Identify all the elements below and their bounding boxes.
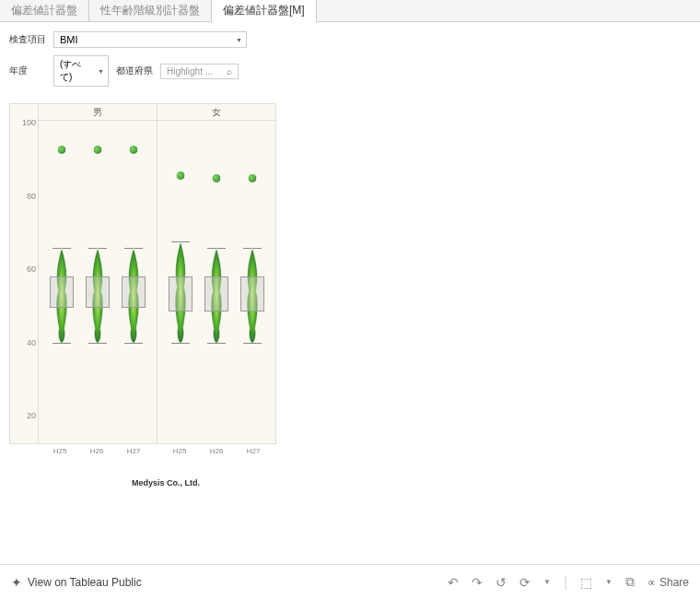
attribution: Medysis Co., Ltd. xyxy=(55,478,276,487)
box xyxy=(240,276,264,311)
tableau-icon: ✦ xyxy=(11,575,22,590)
box-column[interactable] xyxy=(84,121,111,422)
y-tick: 80 xyxy=(10,192,36,201)
view-on-tableau-link[interactable]: ✦ View on Tableau Public xyxy=(11,575,142,590)
x-tick: H27 xyxy=(127,447,141,464)
dropdown-icon[interactable]: ▼ xyxy=(543,578,551,586)
undo-icon[interactable]: ↶ xyxy=(448,575,459,590)
redo-icon[interactable]: ↷ xyxy=(472,575,483,590)
panel-header-male: 男 xyxy=(39,104,157,121)
whisker-cap xyxy=(171,343,190,344)
whisker-cap xyxy=(88,343,107,344)
metric-value: BMI xyxy=(60,34,78,45)
x-tick: H27 xyxy=(247,447,261,464)
prefecture-search[interactable]: Highlight ... ⌕ xyxy=(160,64,239,79)
search-icon: ⌕ xyxy=(227,66,232,76)
x-tick: H26 xyxy=(90,447,104,464)
tab-hensachi-m[interactable]: 偏差値計器盤[M] xyxy=(212,0,317,22)
device-icon[interactable]: ⬚ xyxy=(580,575,592,590)
whisker-cap xyxy=(124,343,143,344)
share-icon: ∝ xyxy=(648,576,656,589)
outlier-point[interactable] xyxy=(175,170,185,181)
share-button[interactable]: ∝ Share xyxy=(648,576,689,589)
box xyxy=(50,276,74,308)
outlier-point[interactable] xyxy=(211,173,221,183)
outlier-point[interactable] xyxy=(92,145,102,155)
year-value: (すべて) xyxy=(60,58,89,84)
y-axis: 100 80 60 40 20 xyxy=(10,104,38,443)
filter-controls: 検査項目 BMI 年度 (すべて) 都道府県 Highlight ... ⌕ xyxy=(0,22,700,99)
box-column[interactable] xyxy=(167,121,194,422)
outlier-point[interactable] xyxy=(248,173,258,183)
chart-container: 100 80 60 40 20 男 xyxy=(0,99,286,492)
tab-age-class[interactable]: 性年齢階級別計器盤 xyxy=(89,0,212,21)
year-dropdown[interactable]: (すべて) xyxy=(53,55,109,87)
chart-area[interactable]: 100 80 60 40 20 男 xyxy=(9,103,276,444)
y-tick: 40 xyxy=(10,338,36,347)
box xyxy=(204,276,228,311)
whisker-cap xyxy=(243,343,262,344)
search-placeholder: Highlight ... xyxy=(167,66,213,76)
y-tick: 20 xyxy=(10,411,36,420)
footer-toolbar: ✦ View on Tableau Public ↶ ↷ ↺ ⟳ ▼ | ⬚ ▼… xyxy=(0,564,700,599)
box xyxy=(86,276,110,308)
tab-hensachi[interactable]: 偏差値計器盤 xyxy=(0,0,89,21)
box-column[interactable] xyxy=(48,121,76,422)
y-tick: 60 xyxy=(10,264,36,274)
dropdown-icon-2[interactable]: ▼ xyxy=(605,578,612,586)
tabs-container: 偏差値計器盤 性年齢階級別計器盤 偏差値計器盤[M] xyxy=(0,0,700,22)
box xyxy=(169,276,192,311)
panel-header-female: 女 xyxy=(158,104,275,121)
whisker-cap xyxy=(207,343,226,344)
y-tick: 100 xyxy=(10,118,36,127)
year-label: 年度 xyxy=(9,65,46,77)
view-label: View on Tableau Public xyxy=(28,576,142,589)
revert-icon[interactable]: ↺ xyxy=(496,575,507,590)
metric-label: 検査項目 xyxy=(9,33,46,46)
metric-dropdown[interactable]: BMI xyxy=(53,31,247,48)
panel-male: 男 xyxy=(38,104,157,443)
separator: | xyxy=(564,574,567,591)
panel-body-female xyxy=(158,121,275,422)
pref-label: 都道府県 xyxy=(116,65,153,77)
whisker-cap xyxy=(52,343,71,344)
box xyxy=(122,276,146,308)
panel-body-male xyxy=(39,121,157,422)
panel-female: 女 xyxy=(157,104,275,443)
box-column[interactable] xyxy=(239,121,266,422)
box-column[interactable] xyxy=(120,121,147,422)
x-tick: H26 xyxy=(210,447,224,464)
fullscreen-icon[interactable]: ⧉ xyxy=(625,574,635,590)
outlier-point[interactable] xyxy=(129,145,139,155)
refresh-icon[interactable]: ⟳ xyxy=(519,575,531,590)
share-label: Share xyxy=(659,576,689,589)
x-axis: H25H26H27 H25H26H27 xyxy=(9,444,276,464)
plot-area: 男 女 xyxy=(38,104,275,443)
outlier-point[interactable] xyxy=(56,145,66,155)
x-tick: H25 xyxy=(53,447,67,464)
x-tick: H25 xyxy=(173,447,187,464)
box-column[interactable] xyxy=(203,121,230,422)
